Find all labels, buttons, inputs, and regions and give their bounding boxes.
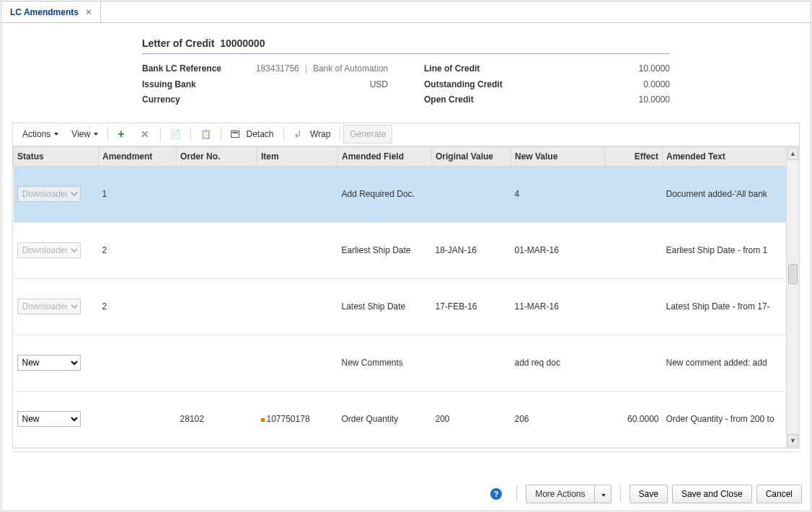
currency-label: Currency — [142, 92, 180, 108]
actions-menu[interactable]: Actions — [16, 125, 65, 144]
issuing-bank-value: USD — [370, 77, 388, 93]
wrap-icon: ↲ — [294, 129, 304, 139]
close-icon[interactable]: × — [86, 6, 92, 17]
col-amended-text[interactable]: Amended Text — [663, 146, 799, 166]
cancel-button[interactable]: Cancel — [756, 485, 802, 503]
export-button[interactable]: 📄 — [164, 125, 187, 144]
col-amendment[interactable]: Amendment — [99, 146, 177, 166]
vertical-scrollbar[interactable]: ▲ ▼ — [786, 146, 799, 448]
add-button[interactable]: + — [111, 125, 134, 144]
amendments-table-wrap: Status Amendment Order No. Item Amended … — [12, 146, 800, 449]
col-new[interactable]: New Value — [511, 146, 605, 166]
amendments-table: Status Amendment Order No. Item Amended … — [13, 146, 799, 448]
plus-icon: + — [118, 129, 128, 139]
table-row[interactable]: DownloadedNew2Earliest Ship Date18-JAN-1… — [14, 222, 799, 278]
col-effect[interactable]: Effect — [605, 146, 663, 166]
scroll-thumb[interactable] — [788, 264, 798, 284]
caret-icon — [94, 133, 98, 136]
outstanding-credit-value: 0.0000 — [643, 77, 670, 93]
delete-button[interactable]: ✕ — [134, 125, 157, 144]
status-select[interactable]: DownloadedNew — [17, 242, 81, 258]
tab-lc-amendments[interactable]: LC Amendments × — [1, 1, 101, 22]
delete-icon: ✕ — [141, 129, 151, 139]
detach-icon — [231, 131, 239, 138]
save-button[interactable]: Save — [630, 485, 668, 503]
status-select[interactable]: DownloadedNew — [17, 186, 81, 202]
col-amended-field[interactable]: Amended Field — [338, 146, 432, 166]
detach-button[interactable]: Detach — [224, 125, 280, 144]
footer-bar: ? More Actions Save Save and Close Cance… — [1, 477, 811, 511]
caret-icon — [54, 133, 58, 136]
view-menu[interactable]: View — [65, 125, 105, 144]
save-and-close-button[interactable]: Save and Close — [672, 485, 752, 503]
status-select[interactable]: DownloadedNew — [17, 299, 81, 314]
modified-flag-icon — [261, 418, 265, 422]
open-credit-value: 10.0000 — [639, 92, 670, 108]
tab-bar: LC Amendments × — [1, 1, 811, 23]
col-item[interactable]: Item — [257, 146, 338, 166]
help-icon[interactable]: ? — [490, 488, 502, 500]
col-original[interactable]: Original Value — [432, 146, 511, 166]
tab-label: LC Amendments — [10, 7, 79, 17]
query-icon: 📋 — [200, 129, 211, 139]
lc-header: Letter of Credit 10000000 Bank LC Refere… — [142, 37, 670, 108]
content-area: Letter of Credit 10000000 Bank LC Refere… — [1, 23, 811, 477]
bank-lc-ref-value: 183431756|Bank of Automation — [256, 61, 388, 77]
col-status[interactable]: Status — [14, 146, 99, 166]
status-select[interactable]: DownloadedNew — [17, 411, 81, 427]
line-of-credit-label: Line of Credit — [424, 61, 480, 77]
table-row[interactable]: DownloadedNew2Latest Ship Date17-FEB-161… — [14, 278, 799, 335]
scroll-down-icon[interactable]: ▼ — [787, 434, 798, 447]
line-of-credit-value: 10.0000 — [639, 61, 670, 77]
outstanding-credit-label: Outstanding Credit — [424, 77, 503, 93]
table-toolbar: Actions View + ✕ 📄 📋 Detach ↲ Wrap Gener… — [12, 123, 800, 146]
col-order[interactable]: Order No. — [177, 146, 257, 166]
more-actions-button[interactable]: More Actions — [526, 485, 611, 503]
generate-button[interactable]: Generate — [343, 125, 392, 144]
table-row[interactable]: DownloadedNewNew Commentsadd req docNew … — [14, 335, 799, 391]
bank-lc-ref-label: Bank LC Reference — [142, 61, 221, 77]
status-select[interactable]: DownloadedNew — [17, 355, 81, 371]
wrap-button[interactable]: ↲ Wrap — [287, 125, 337, 144]
page-title: Letter of Credit 10000000 — [142, 37, 670, 54]
export-icon: 📄 — [170, 129, 181, 139]
caret-icon — [601, 494, 606, 497]
table-row[interactable]: DownloadedNew28102107750178Order Quantit… — [14, 391, 799, 447]
query-button[interactable]: 📋 — [194, 125, 218, 144]
issuing-bank-label: Issuing Bank — [142, 77, 196, 93]
open-credit-label: Open Credit — [424, 92, 474, 108]
lc-amendments-window: LC Amendments × Letter of Credit 1000000… — [1, 1, 811, 511]
scroll-up-icon[interactable]: ▲ — [787, 147, 798, 160]
horizontal-scrollbar[interactable] — [12, 451, 800, 464]
table-row[interactable]: DownloadedNew1Add Required Doc.4Document… — [14, 166, 799, 222]
